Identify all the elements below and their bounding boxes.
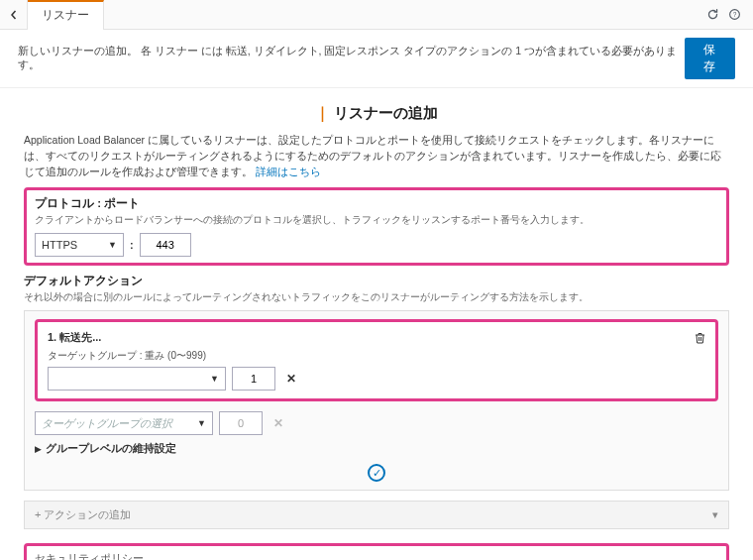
triangle-right-icon: ▶ — [35, 444, 42, 454]
default-action-title: デフォルトアクション — [24, 274, 729, 288]
weight-input-1[interactable] — [232, 367, 275, 391]
refresh-icon — [706, 8, 719, 21]
caret-down-icon: ▾ — [712, 508, 718, 521]
default-action-section: デフォルトアクション それ以外の場合に別のルールによってルーティングされないトラ… — [24, 274, 729, 529]
group-sticky-settings[interactable]: ▶ グループレベルの維持設定 — [35, 435, 718, 458]
tab-listeners[interactable]: リスナー — [28, 0, 104, 30]
learn-more-link[interactable]: 詳細はこちら — [256, 166, 321, 177]
help-icon: ? — [728, 8, 741, 21]
check-circle-icon: ✓ — [368, 464, 385, 482]
security-policy-section: セキュリティポリシー ELBSecurityPolicy-2016-08 ▼ — [24, 543, 729, 560]
protocol-desc: クライアントからロードバランサーへの接続のプロトコルを選択し、トラフィックをリッ… — [35, 213, 718, 227]
default-action-desc: それ以外の場合に別のルールによってルーティングされないトラフィックをこのリスナー… — [24, 290, 729, 304]
caret-down-icon: ▼ — [102, 240, 117, 250]
add-action-button[interactable]: + アクションの追加 ▾ — [24, 501, 729, 529]
delete-action-button[interactable] — [695, 332, 705, 344]
page-title: リスナーの追加 — [24, 104, 729, 123]
page-desc: Application Load Balancer に属しているリスナーは、設定… — [24, 133, 729, 179]
tab-label: リスナー — [42, 7, 89, 24]
help-button[interactable]: ? — [723, 4, 745, 26]
back-button[interactable] — [0, 0, 28, 30]
topbar: リスナー ? — [0, 0, 753, 30]
colon: : — [130, 239, 134, 251]
weight-input-2[interactable] — [219, 411, 263, 435]
protocol-select[interactable]: HTTPS ▼ — [35, 233, 124, 257]
tg-label: ターゲットグループ : 重み (0〜999) — [48, 349, 705, 363]
remove-tg-button-2[interactable]: ✕ — [269, 416, 288, 430]
protocol-title: プロトコル : ポート — [35, 196, 718, 211]
info-row: 新しいリスナーの追加。 各 リスナー には 転送, リダイレクト, 固定レスポン… — [0, 30, 753, 88]
target-group-select-1[interactable]: ▼ — [48, 367, 226, 391]
status-check: ✓ — [35, 464, 718, 482]
caret-down-icon: ▼ — [191, 418, 206, 428]
info-text: 新しいリスナーの追加。 各 リスナー には 転送, リダイレクト, 固定レスポン… — [18, 45, 685, 72]
chevron-left-icon — [9, 10, 19, 20]
forward-head: 1. 転送先... — [48, 330, 101, 345]
remove-tg-button-1[interactable]: ✕ — [281, 372, 301, 386]
action-panel: 1. 転送先... ターゲットグループ : 重み (0〜999) ▼ ✕ — [24, 310, 729, 491]
trash-icon — [695, 332, 705, 344]
svg-text:?: ? — [732, 11, 736, 18]
caret-down-icon: ▼ — [204, 374, 219, 384]
target-group-select-2[interactable]: ターゲットグループの選択 ▼ — [35, 411, 213, 435]
forward-action-box: 1. 転送先... ターゲットグループ : 重み (0〜999) ▼ ✕ — [35, 319, 718, 401]
port-input[interactable] — [140, 233, 191, 257]
protocol-port-section: プロトコル : ポート クライアントからロードバランサーへの接続のプロトコルを選… — [24, 187, 729, 266]
save-button[interactable]: 保存 — [685, 38, 736, 79]
refresh-button[interactable] — [701, 4, 723, 26]
security-policy-title: セキュリティポリシー — [35, 552, 718, 560]
